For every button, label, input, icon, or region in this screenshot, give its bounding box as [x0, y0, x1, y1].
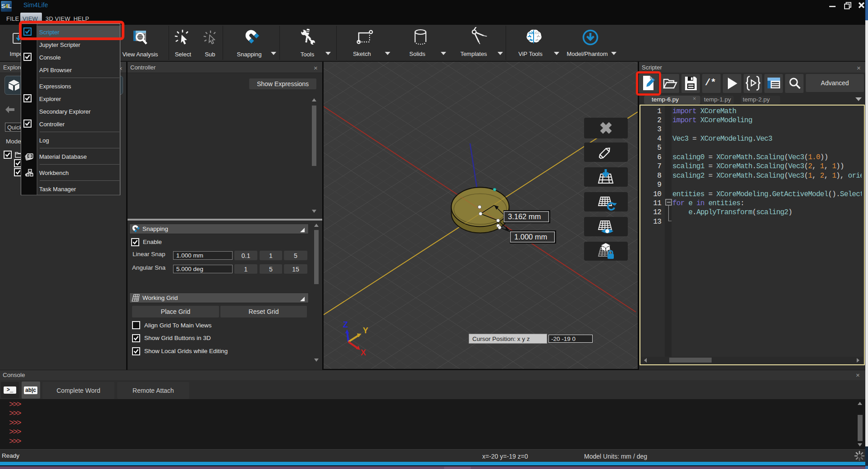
svg-text:Y: Y: [363, 326, 368, 335]
svg-text:Z: Z: [343, 320, 348, 329]
svg-text:1.000 mm: 1.000 mm: [514, 233, 547, 241]
svg-text:3.162 mm: 3.162 mm: [508, 212, 541, 221]
svg-text:X: X: [361, 348, 366, 357]
